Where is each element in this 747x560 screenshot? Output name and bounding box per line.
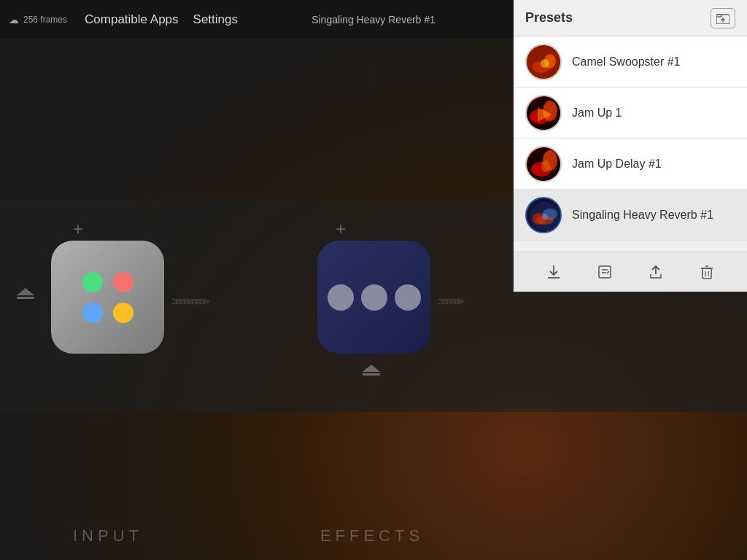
download-button[interactable] — [541, 259, 567, 285]
dot-red — [113, 272, 133, 292]
camel-icon-svg — [527, 45, 562, 80]
jamup-delay-icon-svg — [527, 147, 562, 182]
svg-line-27 — [607, 271, 609, 273]
effects-device-box[interactable] — [317, 241, 430, 354]
svg-rect-1 — [716, 15, 721, 17]
preset-icon-camel — [525, 44, 562, 80]
effects-dot-3 — [395, 284, 421, 311]
nav-settings[interactable]: Settings — [193, 9, 238, 30]
svg-point-7 — [541, 59, 549, 68]
svg-rect-29 — [703, 268, 711, 279]
dot-green — [82, 272, 103, 292]
effects-three-dots — [328, 284, 421, 311]
dot-blue — [82, 303, 103, 323]
input-device-box[interactable] — [51, 241, 164, 354]
preset-name-1: Camel Swoopster #1 — [572, 55, 681, 69]
preset-icon-singaling — [525, 197, 562, 233]
frames-count: 256 frames — [23, 15, 67, 25]
page-title: Singaling Heavy Reverb #1 — [311, 14, 436, 26]
eject-effects-icon — [360, 365, 382, 382]
top-nav: Compatible Apps Settings — [85, 9, 238, 30]
svg-point-15 — [541, 160, 550, 172]
dot-yellow — [113, 303, 133, 323]
preset-name-2: Jam Up 1 — [572, 106, 622, 120]
folder-plus-icon — [716, 12, 729, 24]
eject-triangle — [17, 288, 34, 295]
nav-compatible-apps[interactable]: Compatible Apps — [85, 9, 179, 30]
eject-input-icon — [15, 288, 36, 306]
presets-title: Presets — [525, 10, 573, 26]
preset-name-3: Jam Up Delay #1 — [572, 158, 662, 171]
eject-bar — [17, 297, 34, 299]
preset-icon-jamup-delay — [525, 146, 562, 182]
chevrons-left: >>>>>>>>> — [171, 295, 206, 308]
preset-item-3[interactable]: Jam Up Delay #1 — [514, 139, 747, 190]
preset-name-4: Singaling Heavy Reverb #1 — [572, 209, 713, 222]
preset-item-1[interactable]: Camel Swoopster #1 — [514, 36, 747, 88]
share-icon — [648, 264, 664, 280]
effects-label: EFFECTS — [320, 526, 424, 545]
eject-effects-button[interactable] — [360, 365, 382, 382]
eject-effects-bar — [363, 373, 380, 376]
chevrons-right: >>>>>> — [438, 295, 461, 308]
preset-item-2[interactable]: Jam Up 1 — [514, 88, 747, 139]
edit-icon — [597, 264, 613, 280]
edit-button[interactable] — [592, 259, 618, 285]
add-effects-button[interactable]: + — [336, 219, 346, 239]
presets-toolbar — [514, 252, 747, 292]
eject-input-button[interactable] — [15, 288, 36, 306]
add-input-button[interactable]: + — [73, 219, 83, 239]
add-folder-button[interactable] — [711, 8, 735, 28]
input-label: INPUT — [73, 526, 143, 545]
frames-indicator: ☁ 256 frames — [9, 14, 67, 26]
jamup1-icon-svg — [527, 96, 562, 131]
preset-list: Camel Swoopster #1 Jam Up 1 — [514, 36, 747, 252]
svg-point-21 — [542, 214, 548, 219]
top-bar-left: ☁ 256 frames Compatible Apps Settings — [0, 9, 238, 30]
eject-effects-triangle — [363, 365, 380, 372]
delete-button[interactable] — [694, 259, 720, 285]
effects-dot-2 — [361, 284, 387, 311]
presets-panel: Presets Camel Swoopster #1 — [514, 0, 747, 292]
preset-item-4[interactable]: Singaling Heavy Reverb #1 — [514, 190, 747, 241]
effects-dot-1 — [328, 284, 354, 311]
preset-icon-jamup1 — [525, 95, 562, 131]
cloud-icon: ☁ — [9, 14, 19, 26]
singaling-icon-svg — [527, 198, 562, 233]
share-button[interactable] — [643, 259, 669, 285]
download-icon — [546, 264, 562, 280]
presets-header: Presets — [514, 0, 747, 36]
trash-icon — [699, 264, 715, 280]
input-dots-grid — [75, 265, 141, 330]
